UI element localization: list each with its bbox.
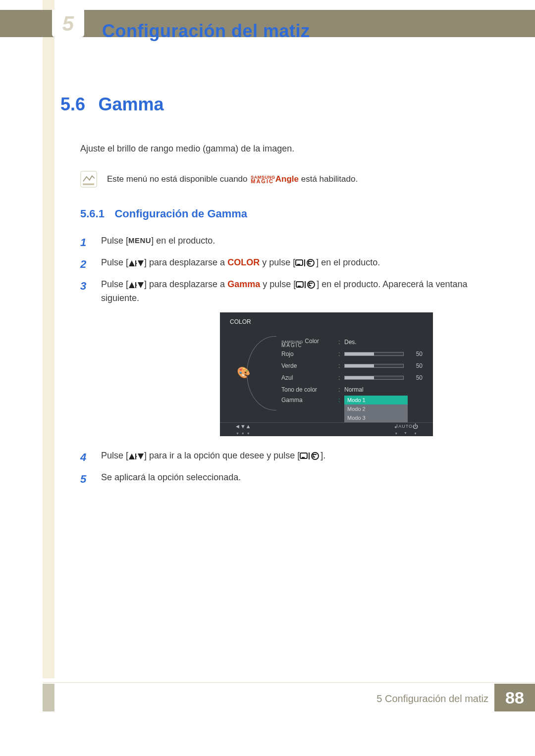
step-target: Gamma (227, 279, 260, 289)
svg-rect-1 (83, 184, 94, 185)
osd-value: 50 (408, 373, 423, 383)
step-text: ] para ir a la opción que desee y pulse … (144, 451, 300, 460)
osd-value: 50 (408, 361, 423, 371)
note-pre: Este menú no está disponible cuando (107, 174, 250, 184)
osd-arc (247, 336, 276, 410)
osd-title: COLOR (230, 317, 251, 327)
source-enter-icon (300, 451, 321, 460)
osd-value: Normal (344, 385, 364, 395)
osd-gamma-option: Modo 1 (344, 396, 408, 404)
source-enter-icon (295, 257, 316, 267)
osd-value: 50 (408, 350, 423, 359)
page-left-margin (43, 0, 54, 678)
step-text: Pulse [ (101, 451, 128, 460)
section-name: Gamma (99, 94, 164, 115)
note-angle: Angle (275, 174, 299, 184)
step-number: 2 (80, 256, 90, 273)
footer-page-number: 88 (494, 684, 535, 711)
step-number: 4 (80, 449, 90, 466)
osd-row-tono: Tono de color: Normal (281, 384, 425, 396)
step-text: y pulse [ (260, 279, 296, 289)
step-text: Pulse [ (101, 257, 128, 267)
step-text: ]. (321, 451, 325, 460)
step-item: 5 Se aplicará la opción seleccionada. (80, 471, 495, 488)
osd-row-azul: Azul: 50 (281, 372, 425, 384)
subsection-name: Configuración de Gamma (114, 207, 247, 220)
page-footer: 5 Configuración del matiz 88 (43, 682, 535, 711)
down-icon: ▼▼ (240, 422, 246, 437)
samsung-magic-logo: SAMSUNGMAGIC (251, 175, 275, 184)
up-down-icon (128, 279, 144, 289)
note-post: está habilitado. (299, 174, 358, 184)
step-number: 1 (80, 234, 90, 251)
footer-rule (43, 682, 535, 683)
footer-text: 5 Configuración del matiz (376, 693, 488, 705)
subsection-number: 5.6.1 (80, 207, 105, 220)
menu-key-label: MENU (128, 236, 151, 245)
osd-screenshot: COLOR 🎨 SAMSUNGMAGIC Color : Des. Rojo: (220, 312, 433, 436)
auto-label: AUTO▼ (398, 423, 413, 436)
step-target: COLOR (227, 257, 260, 267)
subsection-heading: 5.6.1 Configuración de Gamma (80, 207, 495, 220)
svg-rect-6 (298, 286, 301, 288)
osd-gamma-option: Modo 3 (344, 413, 408, 422)
step-item: 3 Pulse [] para desplazarse a Gamma y pu… (80, 278, 495, 444)
step-item: 4 Pulse [] para ir a la opción que desee… (80, 449, 495, 466)
power-icon: ⏻▼ (413, 422, 418, 437)
step-number: 5 (80, 471, 90, 488)
step-text: ] para desplazarse a (144, 279, 227, 289)
svg-rect-3 (297, 264, 300, 266)
step-number: 3 (80, 278, 90, 444)
up-icon: ▲▼ (246, 422, 251, 437)
step-text: ] en el producto. (151, 236, 215, 246)
osd-gamma-option: Modo 2 (344, 404, 408, 413)
osd-row-gamma: Gamma: Modo 1 Modo 2 Modo 3 (281, 396, 425, 422)
step-text: Pulse [ (101, 236, 128, 246)
slider-icon (344, 364, 404, 368)
step-text: Pulse [ (101, 279, 128, 289)
enter-icon: ↲▼ (394, 422, 398, 437)
section-number: 5.6 (60, 94, 85, 115)
step-text: Se aplicará la opción seleccionada. (101, 471, 495, 488)
step-item: 1 Pulse [MENU] en el producto. (80, 234, 495, 251)
palette-icon: 🎨 (237, 364, 250, 381)
slider-icon (344, 376, 404, 380)
step-text: ] en el producto. (316, 257, 380, 267)
note-row: Este menú no está disponible cuando SAMS… (80, 171, 495, 188)
osd-value: Des. (344, 338, 357, 347)
slider-icon (344, 352, 404, 356)
up-down-icon (128, 257, 144, 267)
svg-rect-9 (302, 457, 305, 459)
step-text: ] para desplazarse a (144, 257, 227, 267)
osd-footer: ◄▼ ▼▼ ▲▼ ↲▼ AUTO▼ ⏻▼ (220, 422, 433, 436)
back-icon: ◄▼ (235, 422, 240, 437)
source-enter-icon (296, 279, 317, 289)
footer-left-block (43, 684, 54, 711)
up-down-icon (128, 451, 144, 460)
osd-row-verde: Verde: 50 (281, 360, 425, 372)
osd-row-rojo: Rojo: 50 (281, 348, 425, 360)
section-heading: 5.6 Gamma (60, 94, 495, 115)
note-icon (80, 171, 97, 188)
chapter-title: Configuración del matiz (102, 21, 310, 42)
section-intro: Ajuste el brillo de rango medio (gamma) … (80, 143, 495, 155)
osd-row-magic-color: SAMSUNGMAGIC Color : Des. (281, 336, 425, 348)
step-item: 2 Pulse [] para desplazarse a COLOR y pu… (80, 256, 495, 273)
step-text: y pulse [ (260, 257, 295, 267)
chapter-number-tab: 5 (52, 10, 84, 37)
